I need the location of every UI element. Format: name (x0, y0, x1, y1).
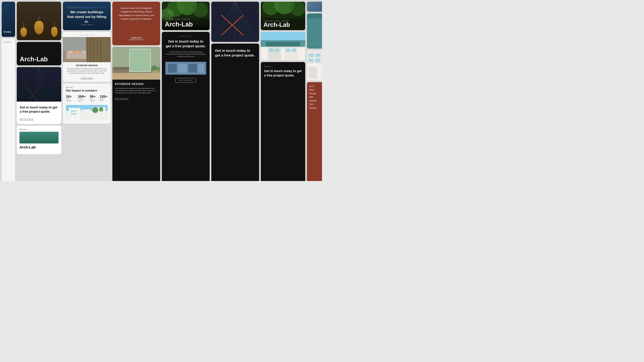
get-in-touch-cta-btn[interactable]: GET IN TOUCH (20, 118, 33, 120)
contact-title: Get in touch today to get a free project… (165, 39, 206, 49)
svg-rect-184 (320, 13, 321, 49)
svg-rect-178 (307, 19, 322, 19)
exterior-svg (112, 47, 160, 80)
svg-rect-99 (188, 64, 197, 73)
column-5: Architectural Design Arch-Lab CONTACT US… (162, 2, 210, 181)
svg-rect-189 (308, 54, 314, 57)
svg-rect-47 (130, 49, 150, 71)
svg-point-51 (152, 65, 157, 70)
building-img-placeholder (66, 6, 107, 8)
svg-rect-98 (178, 64, 187, 73)
svg-rect-32 (63, 37, 86, 50)
col8-img-1 (307, 2, 322, 12)
exterior-desc: Each design decision is guided by a deep… (115, 87, 158, 94)
col7-building-facade (261, 32, 305, 60)
pendant-lights-card (17, 2, 61, 40)
pendant-1 (20, 28, 27, 37)
contact-label: CONTACT US (165, 35, 206, 37)
column-4: practice known for its thoughtful engage… (112, 2, 160, 181)
svg-rect-27 (66, 52, 86, 59)
col8-partial-text: Arch-practthoughwithinterpreformexpress (309, 84, 322, 110)
svg-rect-175 (292, 49, 296, 52)
col8-teal-svg (307, 13, 322, 49)
svg-rect-190 (315, 54, 320, 57)
white-arch-img (66, 104, 108, 121)
arch-design-label: Architectural Design (165, 18, 206, 20)
exterior-cta-btn[interactable]: GET IN TOUCH (115, 98, 129, 100)
svg-rect-39 (74, 110, 76, 112)
svg-rect-38 (71, 110, 73, 112)
building-svg (66, 7, 107, 8)
interior-desc: Each design decision is guided by a deep… (63, 68, 111, 76)
svg-rect-181 (307, 37, 322, 37)
col8-testimonial-partial: Arch-practthoughwithinterpreformexpress (307, 82, 322, 181)
pendant-3 (51, 27, 58, 37)
arch-design-title: Arch-Lab (165, 21, 206, 27)
partial-dark-card-top: R ICES (2, 2, 15, 37)
impact-title: Our impact in numbers (66, 89, 108, 92)
partial-text-1: R ICES (4, 30, 11, 33)
col7-contact-card: Arch-Lab Get in touch today to get a fre… (261, 62, 305, 181)
stat-years: 15+ Years of experience (66, 95, 76, 102)
col6-building-card (211, 2, 259, 42)
svg-rect-97 (168, 64, 177, 73)
archlab-logo-card-2: Arch-Lab Arch-Lab (17, 126, 61, 154)
col6-building-svg (211, 2, 259, 42)
svg-rect-31 (81, 51, 86, 53)
column-3: We create buildings that stand out by fi… (63, 2, 111, 181)
contact-us-card: CONTACT US Get in touch today to get a f… (162, 32, 210, 181)
column-7: Architectural Design Arch-Lab (261, 2, 305, 181)
col7-arch-content: Architectural Design Arch-Lab (264, 20, 302, 28)
column-8: Arch-practthoughwithinterpreformexpress (307, 2, 322, 181)
svg-rect-172 (269, 49, 273, 52)
col7-archlab-label: Arch-Lab (264, 66, 302, 67)
stat-clients-num: 120+ (100, 95, 108, 98)
contact-img-svg (165, 61, 206, 76)
svg-rect-30 (75, 51, 80, 53)
svg-rect-193 (315, 59, 320, 62)
buildings-quote-cta[interactable]: LEARN MORE (66, 24, 107, 25)
stats-row: 15+ Years of experience 200+ Successful … (66, 95, 108, 102)
col6-get-in-touch-title: Get in touch today to get a free project… (215, 48, 256, 58)
interior-design-card: OUR SERVICES (63, 32, 111, 82)
services-label: OUR SERVICES (63, 32, 111, 37)
col7-facade-svg (261, 32, 305, 60)
archlab-label-2: Arch-Lab (20, 128, 58, 130)
contact-cta-btn[interactable]: GET IN TOUCH (176, 78, 196, 83)
svg-rect-40 (71, 113, 73, 115)
author-location: Brooklyn, New York (116, 39, 156, 40)
svg-rect-177 (307, 13, 322, 18)
contact-img (165, 61, 206, 76)
col8-white-card (307, 50, 322, 80)
column-1: R ICES y to get e. Arch-Labdesignfor its… (2, 2, 15, 181)
svg-rect-167 (261, 45, 305, 60)
stat-projects-label: Successful projects (78, 98, 88, 102)
svg-rect-173 (275, 49, 279, 52)
col6-get-in-touch-card: Get in touch today to get a free project… (211, 43, 259, 181)
white-arch-svg (66, 104, 108, 121)
svg-rect-180 (307, 31, 322, 31)
col7-arch-design-card: Architectural Design Arch-Lab (261, 2, 305, 30)
author-name: Kathie Corl (116, 37, 156, 39)
interior-svg (63, 37, 111, 62)
svg-rect-36 (82, 109, 91, 119)
svg-rect-49 (114, 67, 129, 69)
stat-projects: 200+ Successful projects (78, 95, 88, 102)
archlab-logo-text-1: Arch-Lab (20, 56, 58, 62)
partial-light-card-mid: y to get e. (2, 38, 15, 181)
archlab-logo-card-1: Arch-Lab (17, 42, 61, 65)
stat-team-num: 55+ (90, 95, 98, 98)
svg-rect-21 (86, 37, 111, 62)
arch-design-content: Architectural Design Arch-Lab (162, 16, 210, 30)
svg-rect-169 (266, 42, 300, 46)
col7-arch-title: Arch-Lab (264, 22, 302, 28)
svg-rect-192 (308, 59, 314, 62)
testimonial-text: practice known for its thoughtful engage… (116, 6, 156, 21)
column-2: Arch-Lab (17, 2, 61, 181)
svg-rect-22 (87, 37, 88, 62)
teal-building-img (20, 132, 58, 143)
interior-cta-btn[interactable]: LEARN MORE (81, 77, 93, 79)
stat-projects-num: 200+ (78, 95, 88, 98)
stat-clients: 120+ Satisfied clients (100, 95, 108, 102)
contact-cta-wrapper: GET IN TOUCH (165, 78, 206, 83)
